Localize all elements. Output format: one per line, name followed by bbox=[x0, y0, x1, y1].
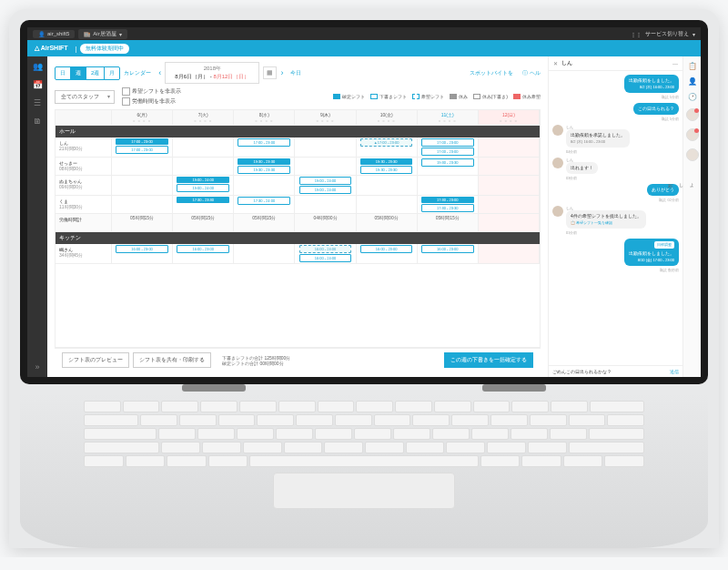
shift-cell[interactable] bbox=[173, 158, 234, 175]
shift-chip[interactable]: 17:30 - 24:00 bbox=[238, 197, 290, 205]
shift-cell[interactable]: 19:30 - 23:3019:30 - 23:30 bbox=[234, 158, 295, 175]
shift-cell[interactable] bbox=[234, 244, 295, 263]
shift-chip[interactable]: 17:00 - 23:00 bbox=[421, 148, 474, 156]
shift-cell[interactable] bbox=[479, 244, 540, 263]
shift-cell[interactable]: 17:00 - 23:0017:00 - 23:00 bbox=[112, 137, 173, 157]
shift-chip[interactable]: 17:30 - 23:00 bbox=[421, 197, 474, 203]
shift-chip[interactable]: 17:00 - 23:00 bbox=[421, 138, 474, 147]
shift-chip[interactable]: 19:30 - 23:30 bbox=[421, 158, 474, 167]
avatar[interactable] bbox=[686, 128, 699, 141]
shift-cell[interactable]: 19:00 - 24:0019:00 - 24:00 bbox=[295, 176, 356, 195]
shift-cell[interactable]: 16:00 - 24:0016:00 - 24:00 bbox=[295, 244, 356, 263]
shift-cell[interactable] bbox=[112, 176, 173, 195]
seg-2week[interactable]: 2週 bbox=[86, 67, 105, 79]
hide-request-checkbox[interactable]: 希望シフトを非表示 bbox=[122, 87, 181, 96]
shift-cell[interactable]: 17:00 - 23:0017:00 - 23:00 bbox=[418, 137, 479, 157]
avatar[interactable] bbox=[686, 148, 699, 161]
shift-cell[interactable]: 16:00 - 23:00 bbox=[418, 244, 479, 263]
more-icon[interactable]: ⋯ bbox=[672, 60, 678, 66]
staff-name[interactable]: しん21時間00分 bbox=[56, 137, 112, 157]
shift-cell[interactable]: 16:00 - 23:00 bbox=[112, 244, 173, 263]
staff-name[interactable]: ぬまちゃん09時間00分 bbox=[56, 176, 112, 195]
shift-cell[interactable] bbox=[234, 176, 295, 195]
user-add-icon[interactable]: 👤 bbox=[688, 77, 697, 86]
grid-icon[interactable]: ⋮⋮ bbox=[631, 31, 642, 37]
date-display[interactable]: 2018年 8月6日（月） - 8月12日（日） bbox=[165, 62, 259, 84]
shift-cell[interactable] bbox=[418, 176, 479, 195]
seg-day[interactable]: 日 bbox=[56, 67, 71, 79]
nav-doc-icon[interactable]: 🗎 bbox=[33, 117, 42, 126]
send-button[interactable]: 送信 bbox=[670, 369, 679, 374]
shift-chip[interactable]: 17:30 - 23:30 bbox=[421, 204, 474, 212]
shift-cell[interactable]: 16:00 - 23:00 bbox=[357, 244, 418, 263]
shift-cell[interactable]: 19:30 - 23:30 bbox=[418, 158, 479, 175]
seg-week[interactable]: 週 bbox=[71, 67, 86, 79]
shift-chip[interactable]: 16:00 - 24:00 bbox=[299, 245, 352, 253]
shift-chip[interactable]: 19:00 - 24:00 bbox=[299, 177, 352, 185]
calendar-icon[interactable]: ▦ bbox=[263, 66, 277, 79]
spotbite-link[interactable]: スポットバイトを bbox=[470, 69, 513, 77]
shift-cell[interactable] bbox=[357, 196, 418, 213]
chat-input[interactable]: ごめんこの日出られるかな？ bbox=[552, 369, 667, 374]
shift-cell[interactable] bbox=[295, 196, 356, 213]
staff-name[interactable]: せっきー08時間00分 bbox=[56, 158, 112, 175]
hide-hours-checkbox[interactable]: 労働時間を非表示 bbox=[122, 97, 181, 106]
nav-user-icon[interactable]: 👥 bbox=[33, 62, 42, 71]
shift-chip[interactable]: 19:30 - 23:30 bbox=[360, 166, 413, 174]
shift-request-icon[interactable]: 📋 bbox=[688, 62, 697, 70]
user-tab[interactable]: 👤air_shift5 bbox=[33, 30, 75, 38]
avatar[interactable] bbox=[686, 108, 699, 121]
shift-chip[interactable]: 19:00 - 24:00 bbox=[177, 184, 229, 192]
chat-messages[interactable]: 出勤依頼をしました。8/2 (木) 16:00 - 23:00既読 5分前この日… bbox=[549, 71, 682, 365]
shift-cell[interactable] bbox=[173, 137, 234, 157]
staff-dropdown[interactable]: 全てのスタッフ bbox=[55, 90, 115, 104]
shift-cell[interactable]: 16:00 - 23:00 bbox=[173, 244, 234, 263]
shift-cell[interactable] bbox=[479, 137, 540, 157]
shift-chip[interactable]: 16:00 - 23:00 bbox=[421, 245, 474, 253]
shift-chip[interactable]: ▲17:00 - 23:00 bbox=[360, 138, 413, 147]
shift-chip[interactable]: 16:00 - 23:00 bbox=[116, 245, 168, 253]
nav-calendar-icon[interactable]: 📅 bbox=[33, 80, 42, 89]
seg-month[interactable]: 月 bbox=[105, 67, 119, 79]
shift-chip[interactable]: 17:00 - 23:00 bbox=[238, 138, 290, 147]
nav-list-icon[interactable]: ☰ bbox=[33, 98, 42, 107]
shift-cell[interactable]: 17:00 - 23:00 bbox=[234, 137, 295, 157]
staff-name[interactable]: 嶋さん34時間45分 bbox=[56, 244, 112, 263]
share-button[interactable]: シフト表を共有・印刷する bbox=[133, 352, 211, 368]
shift-cell[interactable]: 17:30 - 23:0017:30 - 23:30 bbox=[418, 196, 479, 213]
shift-chip[interactable]: 19:00 - 24:00 bbox=[299, 186, 352, 194]
store-tab[interactable]: 🏬Air居酒屋 ▾ bbox=[78, 29, 126, 39]
shift-cell[interactable] bbox=[295, 137, 356, 157]
shift-cell[interactable] bbox=[112, 196, 173, 213]
shift-cell[interactable]: 19:00 - 24:0019:00 - 24:00 bbox=[173, 176, 234, 195]
shift-cell[interactable]: 17:30 - 24:00 bbox=[234, 196, 295, 213]
nav-expand-icon[interactable]: » bbox=[33, 362, 42, 372]
staff-name[interactable]: くま11時間30分 bbox=[56, 196, 112, 213]
today-button[interactable]: 今日 bbox=[290, 69, 301, 77]
shift-cell[interactable] bbox=[112, 158, 173, 175]
shift-chip[interactable]: 16:00 - 24:00 bbox=[299, 254, 352, 262]
next-arrow-icon[interactable]: › bbox=[280, 68, 283, 77]
shift-cell[interactable] bbox=[479, 158, 540, 175]
shift-chip[interactable]: 17:30 - 23:30 bbox=[177, 197, 229, 203]
preview-button[interactable]: シフト表のプレビュー bbox=[62, 352, 129, 368]
help-link[interactable]: ⓘ ヘル bbox=[522, 69, 541, 77]
shift-cell[interactable]: 17:30 - 23:30 bbox=[173, 196, 234, 213]
shift-cell[interactable] bbox=[295, 158, 356, 175]
confirm-button[interactable]: この週の下書きを一括確定する bbox=[444, 352, 533, 368]
calendar-link[interactable]: カレンダー bbox=[124, 69, 151, 77]
shift-chip[interactable]: 19:30 - 23:30 bbox=[238, 166, 290, 174]
shift-chip[interactable]: 19:30 - 23:30 bbox=[238, 158, 290, 165]
prev-arrow-icon[interactable]: ‹ bbox=[158, 68, 161, 77]
shift-cell[interactable]: ▲17:00 - 23:00 bbox=[357, 137, 418, 157]
shift-cell[interactable] bbox=[357, 176, 418, 195]
shift-chip[interactable]: 17:00 - 23:00 bbox=[116, 138, 168, 145]
shift-chip[interactable]: 19:00 - 24:00 bbox=[177, 177, 229, 183]
shift-chip[interactable]: 16:00 - 23:00 bbox=[177, 245, 229, 253]
shift-cell[interactable] bbox=[479, 196, 540, 213]
shift-chip[interactable]: 17:00 - 23:00 bbox=[116, 146, 168, 154]
service-switch[interactable]: サービス切り替え bbox=[645, 30, 689, 38]
close-icon[interactable]: ✕ bbox=[553, 60, 558, 66]
shift-chip[interactable]: 16:00 - 23:00 bbox=[360, 245, 413, 253]
clock-icon[interactable]: 🕐 bbox=[688, 93, 697, 101]
